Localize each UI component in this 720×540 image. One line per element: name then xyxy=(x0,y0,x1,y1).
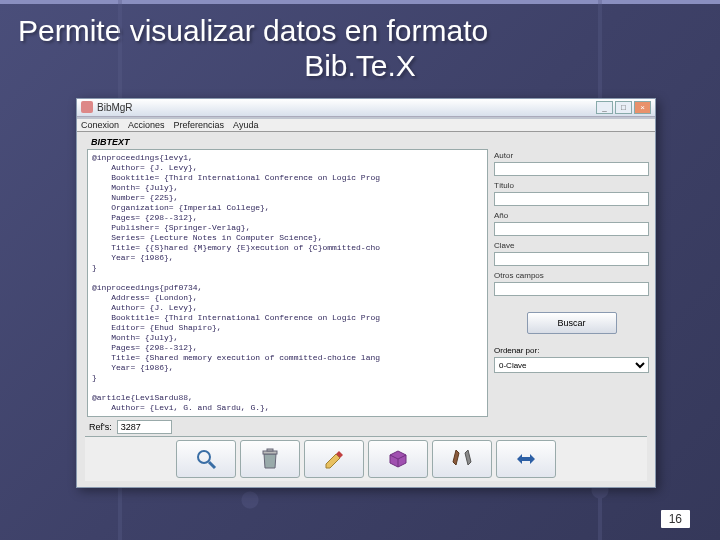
label-autor: Autor xyxy=(494,151,649,160)
order-row: Ordenar por: 0-Clave xyxy=(494,346,649,373)
page-number: 16 xyxy=(661,510,690,528)
search-icon xyxy=(194,447,218,471)
label-clave: Clave xyxy=(494,241,649,250)
svg-line-1 xyxy=(209,462,215,468)
order-select[interactable]: 0-Clave xyxy=(494,357,649,373)
refs-input[interactable] xyxy=(117,420,172,434)
toolbar xyxy=(85,436,647,481)
toolbar-search-button[interactable] xyxy=(176,440,236,478)
trash-icon xyxy=(258,447,282,471)
left-column: BIBTEXT @inproceedings{levy1, Author= {J… xyxy=(87,136,488,436)
edit-icon xyxy=(322,447,346,471)
titlebar: BibMgR _ □ × xyxy=(77,99,655,117)
input-autor[interactable] xyxy=(494,162,649,176)
menu-preferencias[interactable]: Preferencias xyxy=(174,120,225,130)
bibtext-textarea[interactable]: @inproceedings{levy1, Author= {J. Levy},… xyxy=(87,149,488,417)
slide-title-line1: Permite visualizar datos en formato xyxy=(18,14,488,47)
toolbar-package-button[interactable] xyxy=(368,440,428,478)
right-column: Autor Título Año Clave Otros campos Busc… xyxy=(494,136,649,436)
toolbar-delete-button[interactable] xyxy=(240,440,300,478)
menu-acciones[interactable]: Acciones xyxy=(128,120,165,130)
app-icon xyxy=(81,101,93,113)
refs-row: Ref's: xyxy=(89,420,488,434)
toolbar-edit-button[interactable] xyxy=(304,440,364,478)
toolbar-swap-button[interactable] xyxy=(496,440,556,478)
menubar: Conexion Acciones Preferencias Ayuda xyxy=(77,117,655,132)
input-clave[interactable] xyxy=(494,252,649,266)
toolbar-tools-button[interactable] xyxy=(432,440,492,478)
menu-conexion[interactable]: Conexion xyxy=(81,120,119,130)
label-titulo: Título xyxy=(494,181,649,190)
input-otros[interactable] xyxy=(494,282,649,296)
slide-title: Permite visualizar datos en formato Bib.… xyxy=(0,0,720,83)
package-icon xyxy=(386,447,410,471)
label-otros: Otros campos xyxy=(494,271,649,280)
input-ano[interactable] xyxy=(494,222,649,236)
window-title: BibMgR xyxy=(97,102,133,113)
app-window: BibMgR _ □ × Conexion Acciones Preferenc… xyxy=(76,98,656,488)
arrows-icon xyxy=(514,447,538,471)
bibtext-label: BIBTEXT xyxy=(91,137,488,147)
menu-ayuda[interactable]: Ayuda xyxy=(233,120,258,130)
workarea: BIBTEXT @inproceedings{levy1, Author= {J… xyxy=(77,132,655,436)
svg-rect-3 xyxy=(267,449,273,451)
refs-label: Ref's: xyxy=(89,422,112,432)
svg-point-0 xyxy=(198,451,210,463)
close-button[interactable]: × xyxy=(634,101,651,114)
label-ano: Año xyxy=(494,211,649,220)
search-button[interactable]: Buscar xyxy=(527,312,617,334)
minimize-button[interactable]: _ xyxy=(596,101,613,114)
input-titulo[interactable] xyxy=(494,192,649,206)
order-label: Ordenar por: xyxy=(494,346,649,355)
tools-icon xyxy=(450,447,474,471)
slide-title-line2: Bib.Te.X xyxy=(18,49,702,84)
maximize-button[interactable]: □ xyxy=(615,101,632,114)
